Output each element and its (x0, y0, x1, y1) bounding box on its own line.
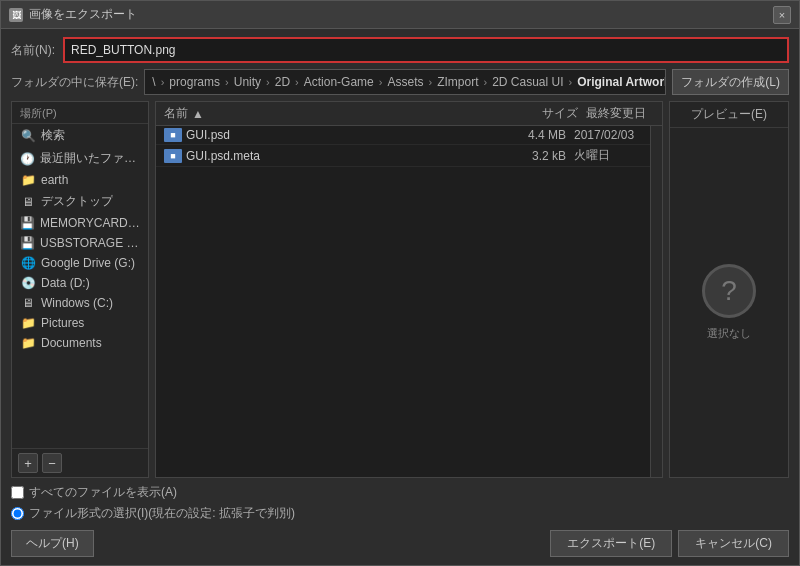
sidebar-icon-gdrive: 🌐 (20, 256, 36, 270)
folder-row: フォルダの中に保存(E): \›programs›Unity›2D›Action… (11, 69, 789, 95)
sidebar-label-earth: earth (41, 173, 68, 187)
breadcrumb-separator: › (379, 76, 383, 88)
sidebar-label-gdrive: Google Drive (G:) (41, 256, 135, 270)
bottom-section: すべてのファイルを表示(A) ファイル形式の選択(I)(現在の設定: 拡張子で判… (11, 484, 789, 557)
sidebar-icon-desktop: 🖥 (20, 195, 36, 209)
show-all-files-label: すべてのファイルを表示(A) (29, 484, 177, 501)
breadcrumb-separator: › (569, 76, 573, 88)
name-row: 名前(N): (11, 37, 789, 63)
file-format-radio[interactable] (11, 507, 24, 520)
breadcrumb-item-zimport[interactable]: ZImport (434, 75, 481, 89)
breadcrumb-item-2d-casual-ui[interactable]: 2D Casual UI (489, 75, 566, 89)
filename-input[interactable] (63, 37, 789, 63)
sidebar-label-memorycard: MEMORYCARD (\\E... (40, 216, 140, 230)
file-icon: ■ (164, 128, 182, 142)
cancel-button[interactable]: キャンセル(C) (678, 530, 789, 557)
sidebar-icon-recent: 🕐 (20, 152, 35, 166)
column-name[interactable]: 名前 ▲ (156, 105, 512, 122)
table-row[interactable]: ■GUI.psd.meta3.2 kB火曜日 (156, 145, 650, 167)
sidebar-label-usb: USBSTORAGE (\\E... (40, 236, 140, 250)
new-folder-button[interactable]: フォルダの作成(L) (672, 69, 789, 95)
file-icon: ■ (164, 149, 182, 163)
add-location-button[interactable]: + (18, 453, 38, 473)
sidebar-item-search[interactable]: 🔍検索 (12, 124, 148, 147)
button-row: ヘルプ(H) エクスポート(E) キャンセル(C) (11, 526, 789, 557)
breadcrumb-separator: › (161, 76, 165, 88)
file-name: GUI.psd.meta (186, 149, 500, 163)
file-date: 火曜日 (570, 147, 650, 164)
export-button[interactable]: エクスポート(E) (550, 530, 672, 557)
remove-location-button[interactable]: − (42, 453, 62, 473)
file-size: 3.2 kB (500, 149, 570, 163)
sidebar-spacer (12, 353, 148, 448)
sidebar-item-memorycard[interactable]: 💾MEMORYCARD (\\E... (12, 213, 148, 233)
sidebar-icon-usb: 💾 (20, 236, 35, 250)
column-size: サイズ (512, 105, 582, 122)
file-list-area: 名前 ▲ サイズ 最終変更日 ■GUI.psd4.4 MB2017/02/03■… (155, 101, 663, 478)
sidebar-item-data[interactable]: 💿Data (D:) (12, 273, 148, 293)
sidebar-label-documents: Documents (41, 336, 102, 350)
dialog-icon: 🖼 (9, 8, 23, 22)
show-all-files-row: すべてのファイルを表示(A) (11, 484, 789, 501)
sidebar-item-documents[interactable]: 📁Documents (12, 333, 148, 353)
breadcrumb-item-root[interactable]: \ (149, 75, 158, 89)
breadcrumb-item-programs[interactable]: programs (166, 75, 223, 89)
title-bar: 🖼 画像をエクスポート × (1, 1, 799, 29)
file-list-wrapper: ■GUI.psd4.4 MB2017/02/03■GUI.psd.meta3.2… (156, 126, 662, 477)
file-list-body: ■GUI.psd4.4 MB2017/02/03■GUI.psd.meta3.2… (156, 126, 650, 477)
preview-placeholder-icon: ? (702, 264, 756, 318)
sidebar-icon-documents: 📁 (20, 336, 36, 350)
scrollbar[interactable] (650, 126, 662, 477)
dialog-title: 画像をエクスポート (29, 6, 137, 23)
sidebar-label-windows: Windows (C:) (41, 296, 113, 310)
breadcrumb-item-2d[interactable]: 2D (272, 75, 293, 89)
sidebar-icon-search: 🔍 (20, 129, 36, 143)
file-name: GUI.psd (186, 128, 500, 142)
breadcrumb-separator: › (483, 76, 487, 88)
sidebar-label-data: Data (D:) (41, 276, 90, 290)
breadcrumb-item-original-artwork[interactable]: Original Artwork (574, 75, 666, 89)
sidebar-label-pictures: Pictures (41, 316, 84, 330)
preview-label: プレビュー(E) (670, 102, 788, 128)
action-buttons: エクスポート(E) キャンセル(C) (550, 530, 789, 557)
close-button[interactable]: × (773, 6, 791, 24)
file-size: 4.4 MB (500, 128, 570, 142)
breadcrumb-item-unity[interactable]: Unity (231, 75, 264, 89)
sidebar-item-earth[interactable]: 📁earth (12, 170, 148, 190)
sidebar-section-label: 場所(P) (12, 102, 148, 124)
show-all-files-checkbox[interactable] (11, 486, 24, 499)
preview-body: ? 選択なし (670, 128, 788, 477)
sidebar-items: 🔍検索🕐最近開いたファイル📁earth🖥デスクトップ💾MEMORYCARD (\… (12, 124, 148, 353)
export-dialog: 🖼 画像をエクスポート × 名前(N): フォルダの中に保存(E): \›pro… (0, 0, 800, 566)
sidebar-item-desktop[interactable]: 🖥デスクトップ (12, 190, 148, 213)
column-date: 最終変更日 (582, 105, 662, 122)
title-bar-left: 🖼 画像をエクスポート (9, 6, 137, 23)
sidebar-item-recent[interactable]: 🕐最近開いたファイル (12, 147, 148, 170)
sidebar-item-usb[interactable]: 💾USBSTORAGE (\\E... (12, 233, 148, 253)
sidebar: 場所(P) 🔍検索🕐最近開いたファイル📁earth🖥デスクトップ💾MEMORYC… (11, 101, 149, 478)
dialog-body: 名前(N): フォルダの中に保存(E): \›programs›Unity›2D… (1, 29, 799, 565)
breadcrumb-separator: › (428, 76, 432, 88)
breadcrumb-separator: › (266, 76, 270, 88)
file-format-label: ファイル形式の選択(I)(現在の設定: 拡張子で判別) (29, 505, 295, 522)
sidebar-label-desktop: デスクトップ (41, 193, 113, 210)
folder-label: フォルダの中に保存(E): (11, 74, 138, 91)
sidebar-item-pictures[interactable]: 📁Pictures (12, 313, 148, 333)
breadcrumb-item-action-game[interactable]: Action-Game (301, 75, 377, 89)
breadcrumb-separator: › (225, 76, 229, 88)
sidebar-label-recent: 最近開いたファイル (40, 150, 140, 167)
name-label: 名前(N): (11, 42, 55, 59)
sidebar-icon-pictures: 📁 (20, 316, 36, 330)
table-row[interactable]: ■GUI.psd4.4 MB2017/02/03 (156, 126, 650, 145)
file-date: 2017/02/03 (570, 128, 650, 142)
sidebar-item-windows[interactable]: 🖥Windows (C:) (12, 293, 148, 313)
breadcrumb-item-assets[interactable]: Assets (384, 75, 426, 89)
sidebar-item-gdrive[interactable]: 🌐Google Drive (G:) (12, 253, 148, 273)
breadcrumb-separator: › (295, 76, 299, 88)
preview-no-select-label: 選択なし (707, 326, 751, 341)
sidebar-bottom-bar: + − (12, 448, 148, 477)
sidebar-icon-memorycard: 💾 (20, 216, 35, 230)
help-button[interactable]: ヘルプ(H) (11, 530, 94, 557)
main-area: 場所(P) 🔍検索🕐最近開いたファイル📁earth🖥デスクトップ💾MEMORYC… (11, 101, 789, 478)
sidebar-icon-data: 💿 (20, 276, 36, 290)
